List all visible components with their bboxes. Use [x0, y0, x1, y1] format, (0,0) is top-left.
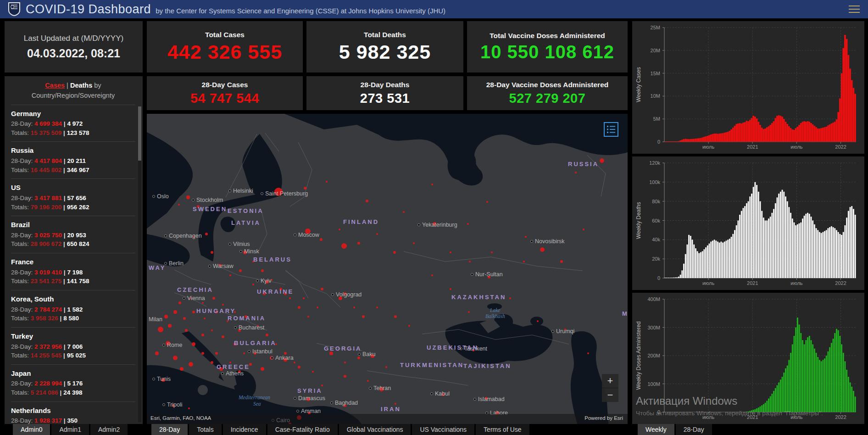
svg-text:Saint Petersburg: Saint Petersburg: [265, 190, 308, 197]
total-vaccines-label: Total Vaccine Doses Administered: [490, 32, 605, 40]
tab-incidence[interactable]: Incidence: [223, 424, 266, 435]
svg-text:2022: 2022: [835, 414, 846, 420]
svg-text:200M: 200M: [647, 353, 660, 358]
country-list-scrollbar[interactable]: [138, 106, 141, 422]
zoom-in-button[interactable]: +: [602, 374, 618, 388]
country-row[interactable]: Germany28-Day: 4 699 384 | 4 972Totals: …: [11, 105, 135, 142]
svg-text:Vienna: Vienna: [187, 295, 205, 301]
country-28day-line: 28-Day: 3 025 750 | 20 953: [11, 231, 135, 240]
zoom-out-button[interactable]: −: [602, 388, 618, 402]
powered-by-esri[interactable]: Powered by Esri: [584, 415, 623, 421]
day28-vaccines-box: 28-Day Vaccine Doses Administered 527 27…: [467, 76, 628, 110]
country-row[interactable]: Japan28-Day: 2 228 994 | 5 176Totals: 5 …: [11, 364, 135, 402]
svg-text:Helsinki: Helsinki: [233, 188, 253, 194]
country-row[interactable]: US28-Day: 3 417 881 | 57 656Totals: 79 1…: [11, 178, 135, 216]
svg-text:2021: 2021: [747, 414, 758, 420]
svg-text:UZBEKISTAN: UZBEKISTAN: [427, 344, 479, 351]
svg-text:Weekly Cases: Weekly Cases: [635, 67, 642, 102]
map-attribution: Esri, Garmin, FAO, NOAA: [150, 415, 211, 421]
svg-text:BULGARIA: BULGARIA: [234, 340, 277, 346]
last-updated-label: Last Updated at (M/D/YYYY): [24, 34, 123, 43]
svg-text:Lake: Lake: [490, 307, 500, 313]
country-row[interactable]: Brazil28-Day: 3 025 750 | 20 953Totals: …: [11, 216, 135, 253]
country-name: Russia: [11, 145, 135, 156]
weekly-doses-chart: июль2021июль20220100M200M300M400MWeekly …: [634, 295, 862, 422]
page-title: COVID-19 Dashboard: [26, 2, 151, 17]
country-name: Netherlands: [11, 406, 135, 416]
world-map[interactable]: OsloStockholmHelsinkiSaint PetersburgCop…: [147, 114, 628, 424]
tab-weekly[interactable]: Weekly: [638, 424, 674, 435]
country-28day-line: 28-Day: 3 417 881 | 57 656: [11, 194, 135, 203]
svg-text:июль: июль: [790, 280, 803, 286]
day28-vaccines-value: 527 279 207: [509, 91, 586, 106]
tab-totals[interactable]: Totals: [189, 424, 222, 435]
svg-text:15M: 15M: [651, 71, 660, 76]
tab-admin2[interactable]: Admin2: [90, 424, 128, 435]
app-header: COVID-19 Dashboard by the Center for Sys…: [0, 0, 868, 18]
tab-28-day[interactable]: 28-Day: [151, 424, 188, 435]
svg-text:Copenhagen: Copenhagen: [169, 233, 202, 239]
tab-admin1[interactable]: Admin1: [51, 424, 89, 435]
svg-text:IRAN: IRAN: [381, 406, 401, 413]
country-row[interactable]: France28-Day: 3 019 410 | 7 198Totals: 2…: [11, 253, 135, 290]
total-cases-box: Total Cases 442 326 555: [147, 21, 303, 72]
country-name: US: [11, 183, 135, 193]
country-28day-line: 28-Day: 2 372 956 | 7 006: [11, 342, 135, 351]
svg-text:Volgograd: Volgograd: [336, 291, 362, 298]
day28-cases-box: 28-Day Cases 54 747 544: [147, 76, 303, 110]
svg-text:5M: 5M: [653, 116, 660, 122]
total-cases-value: 442 326 555: [167, 41, 282, 63]
tab-us-vaccinations[interactable]: US Vaccinations: [412, 424, 474, 435]
country-name: Korea, South: [11, 294, 135, 304]
map-attribution-bar: Esri, Garmin, FAO, NOAA Powered by Esri: [147, 414, 628, 424]
deaths-toggle-link[interactable]: Deaths: [70, 82, 92, 89]
country-list: Germany28-Day: 4 699 384 | 4 972Totals: …: [11, 105, 135, 424]
svg-text:Damascus: Damascus: [298, 395, 325, 402]
svg-text:Berlin: Berlin: [169, 260, 184, 267]
svg-text:M: M: [622, 310, 628, 317]
covid-dashboard: COVID-19 Dashboard by the Center for Sys…: [0, 0, 868, 435]
country-totals-line: Totals: 15 375 509 | 123 578: [11, 128, 135, 138]
country-row[interactable]: Netherlands28-Day: 1 928 317 | 350Totals…: [11, 402, 135, 424]
svg-text:60k: 60k: [652, 218, 660, 223]
svg-text:июль: июль: [702, 414, 715, 420]
svg-text:GEORGIA: GEORGIA: [324, 345, 362, 352]
weekly-deaths-chart: июль2021июль2022020k40k60k80k100k120kWee…: [634, 158, 862, 288]
tab-case-fatality-ratio[interactable]: Case-Fatality Ratio: [267, 424, 338, 435]
country-row[interactable]: Russia28-Day: 4 417 804 | 20 211Totals: …: [11, 141, 135, 178]
svg-text:100k: 100k: [649, 179, 660, 185]
svg-text:0: 0: [657, 139, 660, 145]
svg-text:UKRAINE: UKRAINE: [257, 288, 294, 295]
tab-global-vaccinations[interactable]: Global Vaccinations: [339, 424, 411, 435]
svg-text:0: 0: [657, 275, 660, 281]
svg-text:Nur-Sultan: Nur-Sultan: [475, 271, 503, 278]
country-28day-line: 28-Day: 1 928 317 | 350: [11, 416, 135, 424]
svg-text:Urumqi: Urumqi: [556, 328, 574, 335]
country-totals-line: Totals: 16 445 802 | 346 967: [11, 166, 135, 175]
metric-tabs: 28-DayTotalsIncidenceCase-Fatality Ratio…: [151, 424, 529, 435]
country-row[interactable]: Turkey28-Day: 2 372 956 | 7 006Totals: 1…: [11, 327, 135, 364]
svg-text:Amman: Amman: [301, 408, 321, 414]
country-28day-line: 28-Day: 2 228 994 | 5 176: [11, 379, 135, 388]
tab-admin0[interactable]: Admin0: [13, 424, 50, 435]
total-deaths-box: Total Deaths 5 982 325: [306, 21, 463, 72]
svg-text:SWEDEN: SWEDEN: [193, 206, 227, 212]
svg-text:2022: 2022: [835, 280, 846, 286]
svg-text:Tunis: Tunis: [157, 376, 171, 382]
svg-text:ROMANIA: ROMANIA: [228, 315, 266, 322]
country-totals-line: Totals: 14 255 545 | 95 025: [11, 351, 135, 360]
map-legend-button[interactable]: [604, 122, 618, 137]
tab-28-day[interactable]: 28-Day: [676, 424, 712, 435]
tab-terms-of-use[interactable]: Terms of Use: [476, 424, 529, 435]
svg-text:SYRIA: SYRIA: [297, 387, 323, 394]
country-row[interactable]: Korea, South28-Day: 2 784 274 | 1 582Tot…: [11, 290, 135, 327]
jhu-shield-icon: [8, 2, 20, 16]
menu-icon[interactable]: [849, 3, 860, 15]
scrollbar-thumb[interactable]: [138, 106, 141, 161]
svg-text:LATVIA: LATVIA: [231, 219, 261, 226]
svg-text:Sea: Sea: [253, 401, 261, 407]
cases-toggle-link[interactable]: Cases: [45, 82, 65, 89]
total-deaths-value: 5 982 325: [339, 41, 431, 63]
svg-text:CZECHIA: CZECHIA: [177, 286, 213, 293]
svg-text:Tripoli: Tripoli: [167, 402, 183, 408]
